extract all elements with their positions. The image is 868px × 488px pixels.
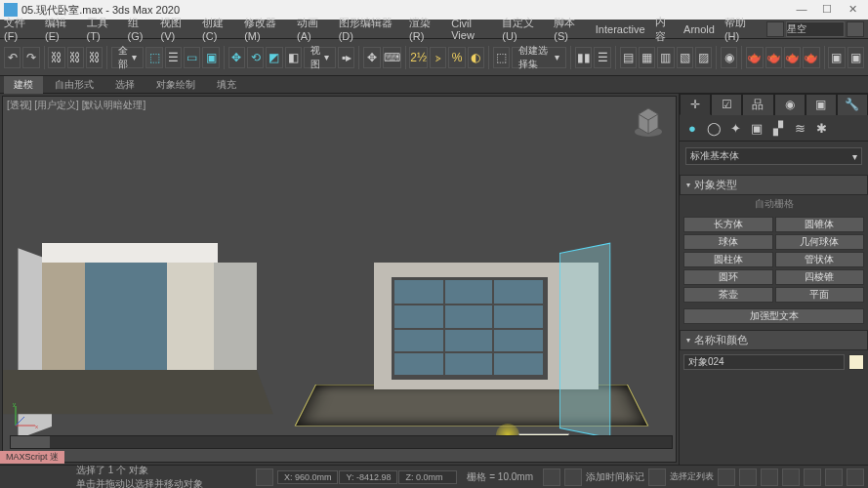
schematic-button[interactable]: ▨ [695, 47, 712, 68]
tab-motion[interactable]: ◉ [774, 94, 806, 115]
menu-animation[interactable]: 动画(A) [297, 16, 329, 42]
playback-next[interactable] [761, 468, 778, 486]
render-button[interactable]: 🫖 [784, 47, 801, 68]
nav-orbit[interactable] [825, 468, 843, 486]
maximize-button[interactable]: ☐ [815, 2, 839, 18]
edit-selset-button[interactable]: ⬚ [493, 47, 510, 68]
prim-box[interactable]: 长方体 [683, 217, 773, 232]
angle-snap-button[interactable]: ⦠ [430, 47, 446, 68]
autogrid-checkbox[interactable]: 自动栅格 [680, 195, 868, 213]
selection-lock-button[interactable] [564, 468, 582, 486]
snap-2d-button[interactable]: 2½ [409, 47, 428, 68]
menu-modifiers[interactable]: 修改器(M) [244, 16, 287, 42]
lights-icon[interactable]: ✦ [726, 119, 744, 137]
spinner-snap-button[interactable]: ◐ [468, 47, 484, 68]
coord-z[interactable]: Z: 0.0mm [398, 470, 457, 484]
scene-explorer-button[interactable]: ▦ [639, 47, 655, 68]
redo-button[interactable]: ↷ [22, 47, 39, 68]
menu-customize[interactable]: 自定义(U) [502, 16, 544, 42]
ribbon-tab-objpaint[interactable]: 对象绘制 [146, 76, 205, 94]
select-rect[interactable]: ▭ [184, 47, 200, 68]
link-button[interactable]: ⛓ [48, 47, 64, 68]
placement-button[interactable]: ◧ [285, 47, 302, 68]
systems-icon[interactable]: ✱ [812, 119, 830, 137]
tab-display[interactable]: ▣ [806, 94, 837, 115]
prim-cylinder[interactable]: 圆柱体 [683, 252, 773, 267]
coord-x[interactable]: X: 960.0mm [277, 470, 339, 484]
material-editor-button[interactable]: ◉ [721, 47, 737, 68]
toggle-ribbon-button[interactable]: ▥ [657, 47, 674, 68]
menu-tools[interactable]: 工具(T) [87, 16, 118, 42]
viewport[interactable]: [透视] [用户定义] [默认明暗处理] Plane004 [2, 96, 677, 463]
close-button[interactable]: ✕ [841, 2, 864, 18]
tab-hierarchy[interactable]: 品 [742, 94, 773, 115]
timetag[interactable]: 添加时间标记 [586, 470, 644, 484]
rollout-name-color[interactable]: 名称和颜色 [680, 330, 868, 350]
rollout-object-type[interactable]: 对象类型 [680, 175, 868, 195]
menu-help[interactable]: 帮助(H) [724, 16, 757, 42]
maxscript-listener[interactable]: MAXScript 迷 [0, 449, 80, 465]
tab-modify[interactable]: ☑ [711, 94, 742, 115]
rotate-button[interactable]: ⟲ [247, 47, 264, 68]
cameras-icon[interactable]: ▣ [748, 119, 765, 137]
coord-y[interactable]: Y: -8412.98 [339, 470, 397, 484]
nav-pan[interactable] [782, 468, 800, 486]
autokey-button[interactable] [648, 468, 666, 486]
prim-cone[interactable]: 圆锥体 [775, 217, 865, 232]
menu-civilview[interactable]: Civil View [451, 18, 492, 41]
sel-list[interactable]: 选择定列表 [670, 470, 714, 483]
playback-prev[interactable] [718, 468, 735, 486]
menu-file[interactable]: 文件(F) [4, 16, 35, 42]
workspace-dropdown[interactable] [847, 21, 864, 37]
safe-frame-button[interactable]: ▣ [828, 47, 845, 68]
bind-button[interactable]: ⛓ [86, 47, 103, 68]
named-selset[interactable]: 创建选择集 ▾ [512, 47, 566, 68]
menu-scripts[interactable]: 脚本(S) [554, 16, 586, 42]
menu-grapheditors[interactable]: 图形编辑器(D) [339, 16, 399, 42]
pivot-button[interactable]: ▪▸ [338, 47, 354, 68]
unlink-button[interactable]: ⛓ [67, 47, 84, 68]
render-setup-button[interactable]: 🫖 [746, 47, 763, 68]
ribbon-tab-freeform[interactable]: 自由形式 [45, 76, 103, 94]
menu-group[interactable]: 组(G) [128, 16, 151, 42]
vfb-button[interactable]: ▣ [847, 47, 864, 68]
prim-torus[interactable]: 圆环 [683, 269, 773, 285]
layers-button[interactable]: ▤ [620, 47, 637, 68]
render-cloud-button[interactable]: 🫖 [803, 47, 819, 68]
prim-plane[interactable]: 平面 [775, 287, 865, 303]
space-warp-icon[interactable]: ≋ [791, 119, 808, 137]
viewcube[interactable] [629, 101, 668, 140]
time-slider[interactable] [10, 435, 673, 449]
minimize-button[interactable]: — [790, 2, 813, 18]
prim-textplus[interactable]: 加强型文本 [683, 308, 864, 324]
select-name-button[interactable]: ☰ [165, 47, 182, 68]
undo-button[interactable]: ↶ [4, 47, 21, 68]
menu-interactive[interactable]: Interactive [596, 23, 645, 35]
align-button[interactable]: ☰ [594, 47, 610, 68]
selection-filter[interactable]: 全部 ▾ [111, 47, 144, 68]
signin-icon[interactable] [766, 21, 784, 37]
helpers-icon[interactable]: ▞ [769, 119, 787, 137]
ribbon-tab-populate[interactable]: 填充 [207, 76, 246, 94]
prim-geosphere[interactable]: 几何球体 [775, 234, 865, 250]
geom-icon[interactable]: ● [683, 119, 701, 137]
menu-edit[interactable]: 编辑(E) [45, 16, 77, 42]
select-button[interactable]: ⬚ [145, 47, 162, 68]
curve-editor-button[interactable]: ▧ [677, 47, 693, 68]
primitive-category[interactable]: 标准基本体▾ [685, 147, 862, 165]
prim-tube[interactable]: 管状体 [775, 252, 865, 267]
render-frame-button[interactable]: 🫖 [765, 47, 782, 68]
prim-sphere[interactable]: 球体 [683, 234, 773, 250]
ribbon-tab-selection[interactable]: 选择 [105, 76, 145, 94]
prim-teapot[interactable]: 茶壶 [683, 287, 773, 303]
ribbon-tab-modeling[interactable]: 建模 [4, 76, 43, 94]
menu-render[interactable]: 渲染(R) [409, 16, 441, 42]
menu-create[interactable]: 创建(C) [202, 16, 234, 42]
shapes-icon[interactable]: ◯ [705, 119, 723, 137]
playback-play[interactable] [739, 468, 757, 486]
menu-view[interactable]: 视图(V) [160, 16, 192, 42]
prim-pyramid[interactable]: 四棱锥 [775, 269, 865, 285]
object-name-input[interactable] [683, 354, 845, 370]
nav-zoom[interactable] [804, 468, 821, 486]
object-color-swatch[interactable] [848, 354, 864, 370]
